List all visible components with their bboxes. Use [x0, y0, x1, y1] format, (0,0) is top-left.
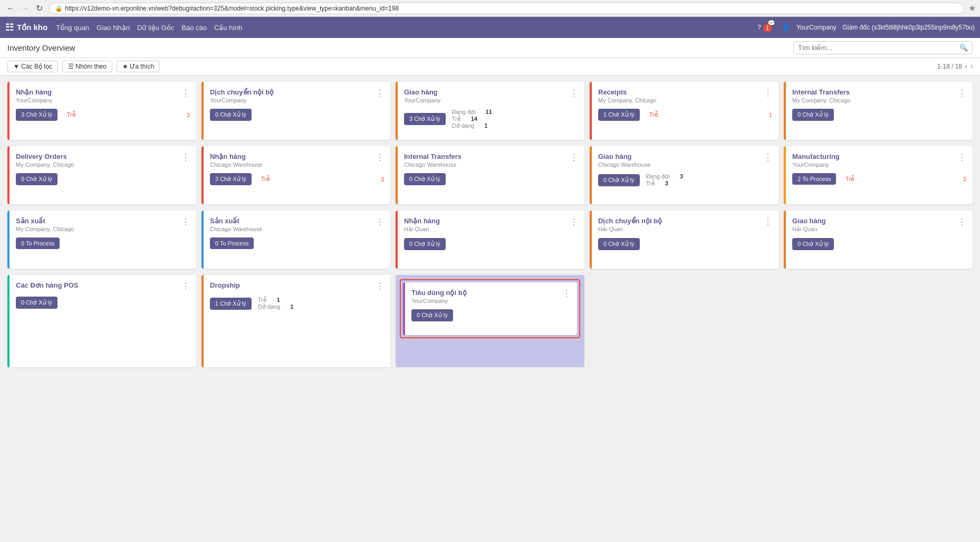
search-input[interactable]: [798, 44, 959, 52]
card-header: Internal Transfers Chicago Warehouse ⋮: [404, 153, 578, 168]
favorite-button[interactable]: ★ Ưa thích: [117, 61, 160, 72]
secondbar: Inventory Overview 🔍: [0, 38, 980, 58]
card-internal-transfers-chicago2[interactable]: Internal Transfers Chicago Warehouse ⋮ 0…: [396, 146, 584, 204]
process-button[interactable]: 0 Chờ Xử lý: [598, 174, 640, 186]
card-menu-icon[interactable]: ⋮: [570, 88, 578, 98]
nav-cau-hinh[interactable]: Cấu hình: [214, 24, 243, 32]
process-button[interactable]: 1 Chờ Xử lý: [210, 298, 252, 310]
card-body: 1 Chờ Xử lý Trễ 1: [598, 109, 772, 121]
next-page-button[interactable]: ›: [971, 63, 973, 70]
process-button[interactable]: 1 Chờ Xử lý: [598, 109, 640, 121]
card-menu-icon[interactable]: ⋮: [958, 153, 966, 163]
process-button[interactable]: 0 To Process: [210, 237, 254, 249]
card-menu-icon[interactable]: ⋮: [562, 289, 571, 299]
card-dich-chuyen[interactable]: Dịch chuyển nội bộ YourCompany ⋮ 0 Chờ X…: [201, 82, 390, 140]
nav-bao-cao[interactable]: Báo cáo: [181, 24, 207, 32]
user-icon[interactable]: 👤: [782, 24, 790, 31]
browser-nav[interactable]: ← → ↻: [4, 2, 45, 14]
card-menu-icon[interactable]: ⋮: [376, 217, 384, 227]
card-body: 3 Chờ Xử lý Đang đợi 11 Trễ 14 Dở dang 1: [404, 109, 578, 129]
card-delivery-orders[interactable]: Delivery Orders My Company, Chicago ⋮ 0 …: [7, 146, 196, 204]
card-tieu-dung[interactable]: Tiêu dùng nội bộ YourCompany ⋮ 0 Chờ Xử …: [403, 282, 577, 335]
card-menu-icon[interactable]: ⋮: [181, 153, 190, 163]
card-giao-hang-hai-quan[interactable]: Giao hàng Hải Quan ⋮ 0 Chờ Xử lý: [784, 211, 973, 269]
nav-du-lieu[interactable]: Dữ liệu Gốc: [137, 24, 174, 32]
nav-giao-nhan[interactable]: Giao Nhận: [97, 24, 130, 32]
card-giao-hang-yours[interactable]: Giao hàng YourCompany ⋮ 3 Chờ Xử lý Đang…: [396, 82, 584, 140]
card-subtitle: My Company, Chicago: [16, 161, 74, 168]
bookmark-button[interactable]: ★: [968, 3, 976, 13]
card-internal-transfers-chicago[interactable]: Internal Transfers My Company, Chicago ⋮…: [784, 82, 973, 140]
card-subtitle: YourCompany: [210, 97, 274, 103]
process-button[interactable]: 0 Chờ Xử lý: [411, 309, 453, 321]
card-menu-icon[interactable]: ⋮: [376, 88, 384, 98]
card-subtitle: Hải Quan: [792, 226, 826, 233]
card-title: Manufacturing: [792, 153, 840, 160]
process-button[interactable]: 0 Chờ Xử lý: [210, 109, 252, 121]
card-pos[interactable]: Các Đơn hàng POS ⋮ 0 Chờ Xử lý: [7, 275, 196, 367]
card-nhan-hang-chicago[interactable]: Nhận hàng Chicago Warehouse ⋮ 3 Chờ Xử l…: [201, 146, 390, 204]
card-menu-icon[interactable]: ⋮: [181, 88, 190, 98]
reload-button[interactable]: ↻: [34, 2, 45, 14]
card-menu-icon[interactable]: ⋮: [570, 217, 578, 227]
url-bar[interactable]: 🔒 https://v12demo-vn.erponline.vn/web?de…: [49, 3, 964, 14]
forward-button[interactable]: →: [19, 2, 32, 14]
card-menu-icon[interactable]: ⋮: [764, 153, 772, 163]
card-header: Dịch chuyển nội bộ YourCompany ⋮: [210, 88, 384, 103]
card-menu-icon[interactable]: ⋮: [376, 281, 384, 291]
card-menu-icon[interactable]: ⋮: [181, 217, 190, 227]
user-name[interactable]: Giám đốc (s3kt5tli8jhhk0p3lp255inp9m8y57…: [843, 24, 975, 31]
process-button[interactable]: 0 Chờ Xử lý: [404, 173, 446, 185]
card-title: Nhận hàng: [16, 88, 52, 96]
process-button[interactable]: 0 To Process: [16, 237, 60, 249]
card-title: Sản xuất: [210, 217, 262, 225]
process-button[interactable]: 0 Chờ Xử lý: [792, 109, 834, 121]
card-san-xuat-company[interactable]: Sản xuất My Company, Chicago ⋮ 0 To Proc…: [7, 211, 196, 269]
kanban-row-3: Sản xuất My Company, Chicago ⋮ 0 To Proc…: [0, 211, 980, 275]
card-dropship[interactable]: Dropship ⋮ 1 Chờ Xử lý Trễ 1 Dở dang 1: [201, 275, 390, 367]
prev-page-button[interactable]: ‹: [965, 63, 967, 70]
process-button[interactable]: 3 Chờ Xử lý: [210, 173, 252, 185]
process-button[interactable]: 0 Chờ Xử lý: [404, 238, 446, 250]
process-button[interactable]: 0 Chờ Xử lý: [16, 297, 57, 309]
card-header: Giao hàng Hải Quan ⋮: [792, 217, 966, 233]
filter-button[interactable]: ▼ Các Bộ lọc: [7, 61, 58, 72]
card-manufacturing[interactable]: Manufacturing YourCompany ⋮ 2 To Process…: [784, 146, 973, 204]
process-button[interactable]: 0 Chờ Xử lý: [598, 238, 640, 250]
card-subtitle: YourCompany: [411, 298, 467, 304]
card-menu-icon[interactable]: ⋮: [958, 88, 966, 98]
card-san-xuat-warehouse[interactable]: Sản xuất Chicago Warehouse ⋮ 0 To Proces…: [201, 211, 390, 269]
process-button[interactable]: 3 Chờ Xử lý: [16, 109, 57, 121]
card-menu-icon[interactable]: ⋮: [570, 153, 578, 163]
card-nhan-hang-yours[interactable]: Nhận hàng YourCompany ⋮ 3 Chờ Xử lý Trễ …: [7, 82, 196, 140]
card-menu-icon[interactable]: ⋮: [764, 88, 772, 98]
card-receipts-chicago[interactable]: Receipts My Company, Chicago ⋮ 1 Chờ Xử …: [590, 82, 779, 140]
card-menu-icon[interactable]: ⋮: [764, 217, 772, 227]
process-button[interactable]: 0 Chờ Xử lý: [792, 238, 834, 250]
back-button[interactable]: ←: [4, 2, 17, 14]
card-menu-icon[interactable]: ⋮: [958, 217, 966, 227]
group-button[interactable]: ☰ Nhóm theo: [62, 61, 112, 72]
process-button[interactable]: 0 Chờ Xử lý: [16, 173, 57, 185]
card-subtitle: My Company, Chicago: [16, 226, 74, 232]
nav-tong-quan[interactable]: Tổng quan: [56, 24, 89, 32]
card-menu-icon[interactable]: ⋮: [376, 153, 384, 163]
card-body: 0 Chờ Xử lý: [792, 238, 966, 250]
search-box[interactable]: 🔍: [793, 41, 973, 54]
process-button[interactable]: 2 To Process: [792, 173, 836, 185]
card-giao-hang-chicago[interactable]: Giao hàng Chicago Warehouse ⋮ 0 Chờ Xử l…: [590, 146, 779, 204]
notification-area[interactable]: 💬 1: [767, 20, 776, 35]
card-header: Dịch chuyển nội bộ Hải Quan ⋮: [598, 217, 772, 233]
card-header: Giao hàng YourCompany ⋮: [404, 88, 578, 103]
card-dich-chuyen-hai-quan[interactable]: Dịch chuyển nội bộ Hải Quan ⋮ 0 Chờ Xử l…: [590, 211, 779, 269]
drag-area-container: Tiêu dùng nội bộ YourCompany ⋮ 0 Chờ Xử …: [396, 275, 584, 367]
company-label[interactable]: YourCompany: [796, 24, 837, 31]
card-body: 0 Chờ Xử lý: [210, 109, 384, 121]
card-header: Giao hàng Chicago Warehouse ⋮: [598, 153, 772, 168]
card-nhan-hang-hai-quan[interactable]: Nhận hàng Hải Quan ⋮ 0 Chờ Xử lý: [396, 211, 584, 269]
search-icon[interactable]: 🔍: [959, 44, 968, 52]
help-icon[interactable]: ?: [757, 24, 761, 31]
app-logo[interactable]: ☷ Tồn kho: [5, 22, 47, 33]
card-menu-icon[interactable]: ⋮: [181, 281, 190, 291]
process-button[interactable]: 3 Chờ Xử lý: [404, 113, 446, 125]
